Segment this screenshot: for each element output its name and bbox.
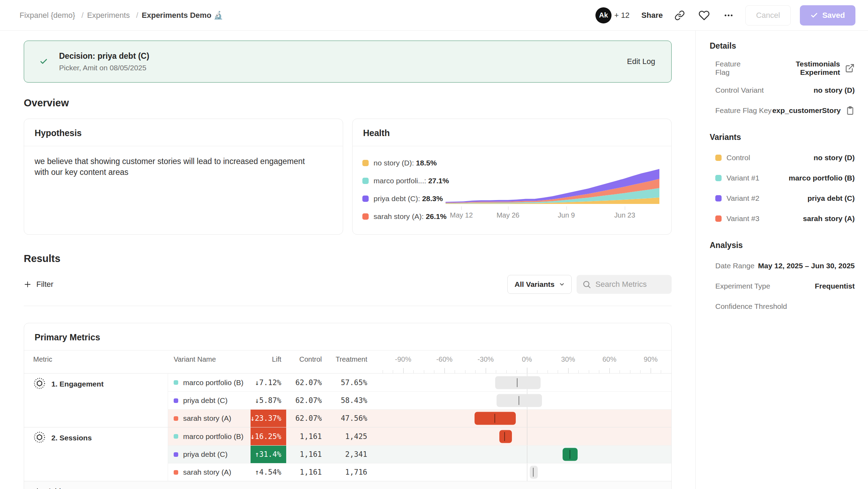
lift-cell: ↓16.25% [251, 427, 286, 445]
confidence-interval-box [495, 376, 541, 389]
axis-tick-mark [424, 370, 424, 373]
lift-point-marker [494, 414, 495, 423]
field-label: Feature Flag Key [715, 106, 772, 115]
field-label: Control [715, 154, 750, 162]
confidence-interval-cell [376, 463, 671, 481]
control-value: 62.07% [286, 410, 332, 427]
confidence-interval-box [497, 394, 542, 407]
lift-cell: ↑31.4% [251, 446, 286, 463]
axis-tick-mark [506, 370, 507, 373]
metric-variant-row[interactable]: sarah story (A)↑4.54%1,1611,716 [168, 463, 671, 481]
collaborator-avatars[interactable]: Ak + 12 [595, 7, 629, 23]
metric-variant-row[interactable]: priya debt (C)↓5.87%62.07%58.43% [168, 391, 671, 409]
treatment-value: 57.65% [332, 374, 376, 391]
variants-row: Variant #2priya debt (C) [710, 192, 855, 205]
axis-tick-mark [496, 370, 496, 373]
heart-icon [699, 10, 710, 21]
variant-cell: sarah story (A) [168, 463, 251, 481]
field-value: Frequentist [815, 282, 855, 290]
variants-dropdown-value: All Variants [515, 280, 555, 289]
breadcrumb: Fixpanel {demo}ExperimentsExperiments De… [20, 11, 223, 20]
more-options-button[interactable] [721, 8, 736, 23]
metrics-table: MetricVariant NameLiftControlTreatment-9… [24, 350, 671, 481]
column-header-lift: Lift [251, 350, 286, 373]
lift-badge: ↑31.4% [251, 446, 286, 463]
field-value: priya debt (C) [808, 194, 855, 203]
lift-point-marker [533, 468, 534, 477]
axis-tick-mark [589, 370, 589, 373]
metric-variant-row[interactable]: priya debt (C)↑31.4%1,1612,341 [168, 445, 671, 463]
field-value-text: May 12, 2025 – Jun 30, 2025 [758, 262, 855, 270]
search-metrics-input[interactable] [595, 280, 665, 289]
legend-value: 26.1% [426, 212, 447, 220]
topbar-actions: Ak + 12 Share Cancel [595, 5, 855, 26]
saved-button[interactable]: Saved [800, 5, 855, 26]
search-icon [582, 280, 591, 289]
plus-icon [33, 487, 42, 489]
field-label-text: Date Range [715, 262, 754, 270]
axis-tick-mark [671, 370, 672, 373]
variants-row: Variant #3sarah story (A) [710, 212, 855, 225]
results-heading: Results [24, 253, 672, 264]
field-value-text: exp_customerStory [772, 106, 841, 115]
confidence-interval-cell [376, 410, 671, 427]
share-button[interactable]: Share [642, 11, 663, 20]
axis-tick-mark [640, 370, 641, 373]
field-label-text: Variant #2 [726, 194, 759, 203]
axis-tick-mark [537, 370, 537, 373]
breadcrumb-item[interactable]: Experiments [78, 11, 130, 20]
metric-variant-row[interactable]: sarah story (A)↓23.37%62.07%47.56% [168, 409, 671, 427]
search-metrics-box[interactable] [577, 275, 672, 294]
decision-banner: Decision: priya debt (C) Picker, Amit on… [24, 41, 672, 83]
axis-tick-mark [609, 368, 610, 373]
field-label: Variant #1 [715, 174, 759, 182]
avatar[interactable]: Ak [595, 7, 612, 23]
favorite-button[interactable] [696, 8, 712, 23]
field-label-text: Control Variant [715, 86, 764, 94]
edit-log-link[interactable]: Edit Log [627, 57, 655, 66]
axis-tick-label: 30% [561, 355, 575, 363]
field-label-text: Confidence Threshold [715, 302, 787, 311]
legend-color-chip [362, 160, 369, 166]
details-row: Control Variantno story (D) [710, 84, 855, 97]
field-value: no story (D) [813, 86, 855, 94]
metric-variant-row[interactable]: marco portfolio (B)↓16.25%1,1611,425 [168, 427, 671, 445]
confidence-interval-box [499, 430, 512, 443]
axis-tick-mark [558, 370, 558, 373]
field-label: Date Range [715, 262, 754, 270]
lift-point-marker [504, 432, 505, 441]
variant-color-dot [174, 470, 178, 475]
variant-color-dot [174, 398, 178, 403]
metric-cell[interactable]: 2. Sessions [24, 427, 168, 481]
legend-color-chip [362, 178, 369, 184]
health-card: Health no story (D): 18.5%marco portfoli… [352, 119, 672, 235]
check-icon [810, 12, 818, 19]
x-axis-tick [508, 206, 508, 210]
axis-tick-label: -90% [395, 355, 411, 363]
axis-tick-mark [465, 370, 465, 373]
confidence-interval-cell [376, 427, 671, 445]
lift-value: ↓5.87% [255, 396, 281, 405]
metric-cell[interactable]: 1. Engagement [24, 374, 168, 427]
field-label: Control Variant [715, 86, 764, 94]
add-label: Add [47, 487, 61, 489]
metric-variant-row[interactable]: marco portfolio (B)↓7.12%62.07%57.65% [168, 374, 671, 391]
clipboard-icon[interactable] [846, 106, 855, 115]
breadcrumb-item[interactable]: Fixpanel {demo} [20, 11, 75, 20]
legend-color-chip [362, 213, 369, 220]
external-link-icon[interactable] [845, 63, 855, 73]
add-metric-button[interactable]: Add [33, 487, 61, 489]
zero-axis-line [527, 446, 527, 463]
axis-tick-mark [393, 370, 393, 373]
axis-tick-mark [578, 370, 579, 373]
check-icon [39, 57, 48, 66]
toolbar-divider [24, 306, 672, 306]
copy-link-button[interactable] [672, 8, 687, 23]
field-label-text: Experiment Type [715, 282, 770, 290]
axis-tick-mark [630, 370, 630, 373]
field-value: May 12, 2025 – Jun 30, 2025 [758, 262, 855, 270]
variants-dropdown[interactable]: All Variants [507, 275, 572, 294]
cancel-button[interactable]: Cancel [745, 5, 791, 26]
variant-color-chip [715, 195, 722, 201]
add-filter-button[interactable]: Filter [24, 280, 53, 289]
